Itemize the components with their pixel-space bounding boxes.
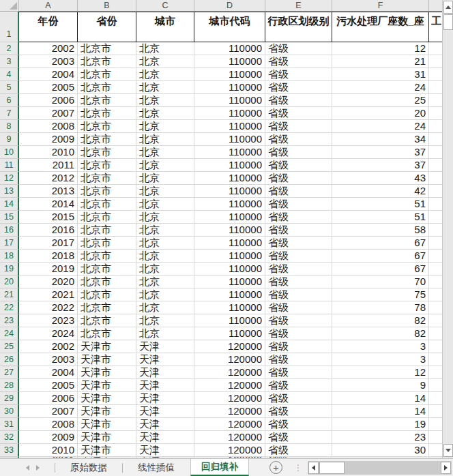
cell-admlevel[interactable]: 省级 bbox=[265, 366, 332, 379]
cell-province[interactable]: 北京市 bbox=[78, 133, 136, 146]
cell-partial[interactable] bbox=[429, 55, 442, 68]
cell-province[interactable]: 天津市 bbox=[78, 392, 136, 405]
scroll-down-button[interactable] bbox=[443, 444, 453, 457]
cell-year[interactable]: 2017 bbox=[19, 237, 78, 250]
cell-city[interactable]: 北京 bbox=[136, 120, 194, 133]
cell-city[interactable]: 北京 bbox=[136, 172, 194, 185]
cell-plants[interactable]: 51 bbox=[332, 198, 429, 211]
cell-citycode[interactable]: 110000 bbox=[194, 120, 265, 133]
column-header-b[interactable]: B bbox=[78, 0, 136, 11]
row-number[interactable]: 6 bbox=[0, 94, 19, 107]
row-number[interactable]: 26 bbox=[0, 353, 19, 366]
cell-plants[interactable] bbox=[332, 457, 429, 458]
cell-citycode[interactable]: 110000 bbox=[194, 327, 265, 340]
cell-year[interactable]: 2014 bbox=[19, 198, 78, 211]
row-number[interactable]: 30 bbox=[0, 405, 19, 418]
cell-city[interactable]: 北京 bbox=[136, 211, 194, 224]
cell-plants[interactable]: 82 bbox=[332, 327, 429, 340]
cell-plants[interactable]: 58 bbox=[332, 224, 429, 237]
cell-city[interactable]: 天津 bbox=[136, 405, 194, 418]
cell-province[interactable]: 天津市 bbox=[78, 366, 136, 379]
cell-partial-header[interactable]: 工 bbox=[429, 12, 442, 42]
cell-partial[interactable] bbox=[429, 185, 442, 198]
cell-plants[interactable]: 20 bbox=[332, 107, 429, 120]
cell-partial[interactable] bbox=[429, 224, 442, 237]
cell-partial[interactable] bbox=[429, 444, 442, 457]
cell-city[interactable]: 北京 bbox=[136, 159, 194, 172]
cell-year[interactable]: 2007 bbox=[19, 107, 78, 120]
cell-plants-header[interactable]: 污水处理厂座数_座 bbox=[332, 12, 429, 42]
cell-citycode[interactable]: 120000 bbox=[194, 444, 265, 457]
select-all-corner[interactable] bbox=[0, 0, 19, 11]
column-header-f[interactable]: F bbox=[332, 0, 429, 11]
row-number[interactable]: 14 bbox=[0, 198, 19, 211]
cell-admlevel-header[interactable]: 行政区划级别 bbox=[265, 12, 332, 42]
cell-year[interactable]: 2011 bbox=[19, 457, 78, 458]
cell-province[interactable]: 北京市 bbox=[78, 327, 136, 340]
cell-citycode[interactable]: 110000 bbox=[194, 185, 265, 198]
cell-city[interactable]: 天津 bbox=[136, 366, 194, 379]
cell-plants[interactable]: 43 bbox=[332, 172, 429, 185]
cell-plants[interactable]: 19 bbox=[332, 418, 429, 431]
cell-plants[interactable]: 75 bbox=[332, 288, 429, 301]
cell-province[interactable]: 北京市 bbox=[78, 276, 136, 288]
cell-city[interactable]: 北京 bbox=[136, 185, 194, 198]
cell-admlevel[interactable]: 省级 bbox=[265, 81, 332, 94]
cell-city[interactable]: 北京 bbox=[136, 42, 194, 55]
cell-partial[interactable] bbox=[429, 431, 442, 444]
row-number[interactable]: 15 bbox=[0, 211, 19, 224]
cell-admlevel[interactable]: 省级 bbox=[265, 379, 332, 392]
cell-province[interactable]: 北京市 bbox=[78, 250, 136, 263]
cell-year[interactable]: 2003 bbox=[19, 353, 78, 366]
cell-admlevel[interactable]: 省级 bbox=[265, 314, 332, 327]
vertical-scrollbar-thumb[interactable] bbox=[443, 14, 453, 30]
cell-admlevel[interactable]: 省级 bbox=[265, 198, 332, 211]
cell-partial[interactable] bbox=[429, 418, 442, 431]
cell-partial[interactable] bbox=[429, 94, 442, 107]
cell-admlevel[interactable]: 省级 bbox=[265, 431, 332, 444]
row-number[interactable]: 7 bbox=[0, 107, 19, 120]
cell-plants[interactable]: 21 bbox=[332, 55, 429, 68]
cell-city[interactable]: 天津 bbox=[136, 431, 194, 444]
cell-partial[interactable] bbox=[429, 379, 442, 392]
cell-year[interactable]: 2006 bbox=[19, 392, 78, 405]
cell-city[interactable]: 天津 bbox=[136, 392, 194, 405]
row-number[interactable]: 28 bbox=[0, 379, 19, 392]
cell-citycode[interactable]: 110000 bbox=[194, 94, 265, 107]
cell-city[interactable]: 天津 bbox=[136, 353, 194, 366]
cell-plants[interactable]: 30 bbox=[332, 444, 429, 457]
cell-year[interactable]: 2019 bbox=[19, 263, 78, 276]
cell-city[interactable]: 北京 bbox=[136, 276, 194, 288]
cell-citycode[interactable]: 110000 bbox=[194, 237, 265, 250]
cell-plants[interactable]: 31 bbox=[332, 68, 429, 81]
cell-partial[interactable] bbox=[429, 120, 442, 133]
cell-year[interactable]: 2010 bbox=[19, 444, 78, 457]
row-number[interactable]: 21 bbox=[0, 288, 19, 301]
cell-province[interactable]: 北京市 bbox=[78, 94, 136, 107]
cell-plants[interactable]: 14 bbox=[332, 405, 429, 418]
cell-citycode-header[interactable]: 城市代码 bbox=[194, 12, 265, 42]
cell-city[interactable]: 北京 bbox=[136, 250, 194, 263]
cell-admlevel[interactable]: 省级 bbox=[265, 120, 332, 133]
cell-plants[interactable]: 12 bbox=[332, 42, 429, 55]
cell-year[interactable]: 2023 bbox=[19, 314, 78, 327]
cell-citycode[interactable]: 110000 bbox=[194, 211, 265, 224]
cell-plants[interactable]: 24 bbox=[332, 81, 429, 94]
row-number[interactable]: 33 bbox=[0, 444, 19, 457]
cell-citycode[interactable]: 110000 bbox=[194, 146, 265, 159]
cell-year[interactable]: 2009 bbox=[19, 431, 78, 444]
cell-citycode[interactable]: 120000 bbox=[194, 405, 265, 418]
cell-city[interactable]: 天津 bbox=[136, 379, 194, 392]
row-number[interactable]: 25 bbox=[0, 340, 19, 353]
cell-partial[interactable] bbox=[429, 172, 442, 185]
cell-admlevel[interactable]: 省级 bbox=[265, 353, 332, 366]
cell-plants[interactable]: 82 bbox=[332, 314, 429, 327]
cell-year[interactable]: 2005 bbox=[19, 379, 78, 392]
cell-admlevel[interactable]: 省级 bbox=[265, 392, 332, 405]
cell-year[interactable]: 2003 bbox=[19, 55, 78, 68]
cell-plants[interactable]: 42 bbox=[332, 185, 429, 198]
tab-splitter-handle[interactable]: ⋮ bbox=[294, 463, 302, 473]
cell-admlevel[interactable]: 省级 bbox=[265, 146, 332, 159]
cell-partial[interactable] bbox=[429, 68, 442, 81]
scroll-right-button[interactable] bbox=[441, 462, 451, 474]
